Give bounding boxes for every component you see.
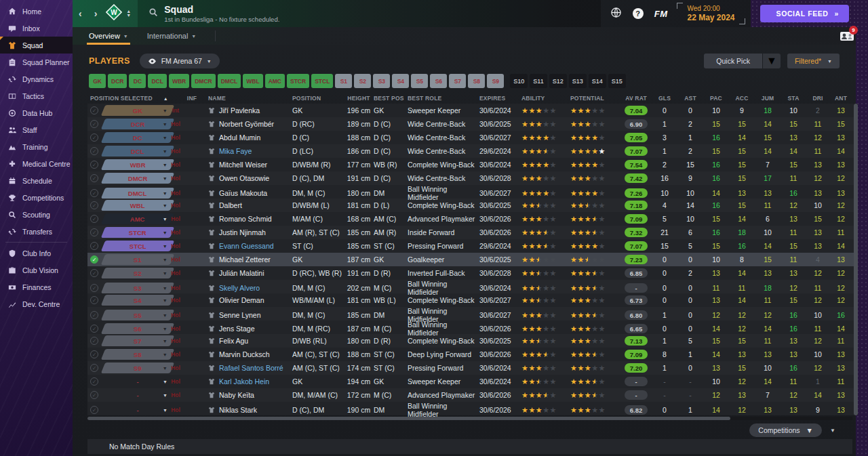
row-check-icon[interactable]: ✓ [90,106,98,115]
row-check-icon[interactable]: ✓ [90,391,98,399]
column-header-pac[interactable]: PAC [703,95,729,102]
player-row[interactable]: ✓DCL▼HolMika FayeD (LC)186 cmD (C)Wide C… [87,144,858,158]
position-selected-dropdown[interactable]: DCL▼ [101,146,174,157]
club-switcher-chevrons-icon[interactable]: ▲▼ [126,9,131,18]
player-row[interactable]: ✓S6▼HolJens StageDM, M (RC)187 cmM (C)Ba… [87,320,858,334]
position-filter-wbl[interactable]: WBL [243,74,262,88]
row-check-icon[interactable]: ✓ [90,174,98,182]
row-check-icon[interactable]: ✓ [90,269,98,277]
player-row[interactable]: ✓S8▼HolMarvin DuckschAM (C), ST (C)188 c… [87,348,858,361]
column-header-av-rat[interactable]: AV RAT [620,95,652,102]
row-check-icon[interactable]: ✓ [90,311,98,319]
row-check-icon[interactable]: ✓ [90,201,98,209]
position-filter-stcr[interactable]: STCR [287,74,309,88]
sidebar-item-squad-planner[interactable]: Squad Planner [0,54,73,70]
player-row[interactable]: ✓STCL▼HolEvann GuessandST (C)185 cmST (C… [87,239,858,253]
club-badge-icon[interactable]: W [106,4,122,23]
player-name[interactable]: Niklas Stark [219,406,257,414]
position-filter-s5[interactable]: S5 [411,74,428,88]
position-filter-wbr[interactable]: WBR [169,74,189,88]
column-header-position[interactable]: POSITION [292,95,344,102]
row-check-icon[interactable]: ✓ [90,364,98,372]
position-filter-s15[interactable]: S15 [608,74,626,88]
nav-forward-button[interactable]: › [88,8,104,19]
player-row[interactable]: ✓STCR▼HolJustin NjinmahAM (R), ST (C)185… [87,226,858,239]
position-selected-dropdown[interactable]: S6▼ [101,323,174,334]
position-filter-s10[interactable]: S10 [510,74,528,88]
row-check-icon[interactable]: ✓ [90,189,98,197]
player-row[interactable]: ✓-▼HolKarl Jakob HeinGK194 cmGKSweeper K… [87,375,858,388]
player-name[interactable]: Norbert Gyömbér [219,120,274,128]
row-check-icon[interactable]: ✓ [90,325,98,333]
position-filter-s7[interactable]: S7 [449,74,466,88]
position-filter-dmcr[interactable]: DMCR [191,74,216,88]
position-filter-dcl[interactable]: DCL [148,74,166,88]
position-filter-dcr[interactable]: DCR [108,74,127,88]
social-notifications-icon[interactable]: 9 [840,30,854,41]
position-selected-dropdown[interactable]: -▼ [103,376,172,387]
player-name[interactable]: Michael Zetterer [219,255,271,264]
column-header-sta[interactable]: STA [781,95,806,102]
player-row[interactable]: ✓-▼HolNiklas StarkD (C), DM190 cmDMBall … [87,402,858,415]
row-check-icon[interactable]: ✓ [90,255,98,264]
position-filter-dc[interactable]: DC [129,74,146,88]
horizontal-scrollbar[interactable] [87,417,852,420]
position-selected-dropdown[interactable]: S4▼ [101,295,174,306]
position-selected-dropdown[interactable]: S3▼ [101,283,174,293]
position-selected-dropdown[interactable]: S8▼ [101,349,174,360]
tab-international[interactable]: International▼ [147,27,196,45]
player-row[interactable]: ✓AMC▼HolRomano SchmidM/AM (C)168 cmAM (C… [87,212,858,226]
collapse-panel-button[interactable]: ▼ [826,423,840,437]
player-name[interactable]: Justin Njinmah [219,228,266,236]
column-header-gls[interactable]: GLS [652,95,677,102]
player-name[interactable]: Jens Stage [219,325,255,333]
row-check-icon[interactable]: ✓ [90,161,98,169]
position-filter-s1[interactable]: S1 [335,74,352,88]
row-check-icon[interactable]: ✓ [90,406,98,414]
search-icon[interactable] [149,7,158,20]
column-header-name[interactable]: NAME [208,95,292,102]
sidebar-item-home[interactable]: Home [0,3,73,20]
sidebar-item-club-vision[interactable]: Club Vision [0,262,73,278]
position-filter-gk[interactable]: GK [89,74,106,88]
row-check-icon[interactable]: ✓ [90,120,98,128]
column-header-ast[interactable]: AST [677,95,703,102]
player-row[interactable]: ✓S5▼HolSenne LynenDM, M (C)185 cmDMBall … [87,307,858,320]
vertical-scrollbar[interactable] [854,104,858,415]
player-name[interactable]: Olivier Deman [219,296,264,304]
position-selected-dropdown[interactable]: S9▼ [101,362,174,373]
position-selected-dropdown[interactable]: S5▼ [101,310,174,320]
position-selected-dropdown[interactable]: DC▼ [101,132,174,143]
row-check-icon[interactable]: ✓ [90,147,98,155]
player-row[interactable]: ✓WBR▼HolMitchell WeiserD/WB/M (R)177 cmW… [87,158,858,171]
player-row[interactable]: ✓-▼HolNaby KeïtaDM, M/AM (C)172 cmM (C)A… [87,388,858,402]
column-header-dri[interactable]: DRI [806,95,829,102]
sidebar-item-competitions[interactable]: Competitions [0,189,73,206]
competitions-dropdown[interactable]: Competitions ▼ [749,423,822,437]
player-row[interactable]: ✓S3▼HolSkelly AlveroDM, M (C)202 cmM (C)… [87,280,858,293]
player-name[interactable]: Rafael Santos Borré [219,364,283,372]
position-filter-s8[interactable]: S8 [468,74,485,88]
player-name[interactable]: Felix Agu [219,337,248,345]
sidebar-item-data-hub[interactable]: Data Hub [0,104,73,121]
sidebar-item-dynamics[interactable]: Dynamics [0,70,73,87]
row-check-icon[interactable]: ✓ [90,228,98,236]
player-name[interactable]: Dalbert [219,201,242,209]
position-filter-s14[interactable]: S14 [589,74,606,88]
sidebar-item-squad[interactable]: Squad [0,37,73,54]
player-name[interactable]: Marvin Ducksch [219,350,270,358]
position-selected-dropdown[interactable]: DCR▼ [101,119,174,129]
column-header-best-pos[interactable]: BEST POS [374,95,408,102]
row-check-icon[interactable]: ✓ [90,377,98,386]
position-selected-dropdown[interactable]: -▼ [103,390,172,400]
position-selected-dropdown[interactable]: DMCL▼ [101,188,174,199]
nav-back-button[interactable]: ‹ [73,8,88,19]
position-selected-dropdown[interactable]: S7▼ [101,335,174,346]
player-row[interactable]: ✓DC▼HolAbdul MuminD (C)188 cmD (C)Wide C… [87,131,858,144]
column-header-ant[interactable]: ANT [829,95,852,102]
player-name[interactable]: Mika Faye [219,147,252,155]
position-filter-s6[interactable]: S6 [430,74,447,88]
sidebar-item-staff[interactable]: Staff [0,121,73,138]
position-selected-dropdown[interactable]: -▼ [103,405,172,415]
row-check-icon[interactable]: ✓ [90,133,98,142]
